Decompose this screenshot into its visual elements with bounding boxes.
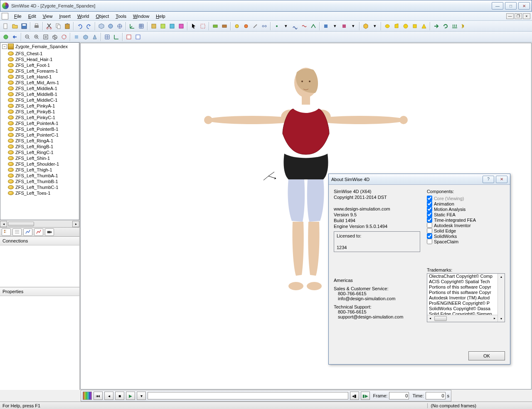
menu-insert[interactable]: Insert: [56, 13, 74, 20]
timeline-stop-button[interactable]: ■: [115, 392, 124, 400]
about-close-button[interactable]: ✕: [496, 176, 507, 183]
feature-c-button[interactable]: [168, 22, 176, 30]
new-file-button[interactable]: [2, 22, 10, 30]
view-iso-button[interactable]: [51, 33, 59, 41]
scroll-left-icon[interactable]: ◂: [0, 221, 7, 227]
nav-a-button[interactable]: [2, 33, 10, 41]
axes-button[interactable]: [128, 22, 136, 30]
spring-button[interactable]: [460, 22, 468, 30]
extra-a-button[interactable]: [125, 33, 133, 41]
feature-d-button[interactable]: [177, 22, 185, 30]
tree-item[interactable]: ZFS_Left_Thigh-1: [0, 167, 79, 173]
menu-view[interactable]: View: [39, 13, 56, 20]
tree-item[interactable]: ZFS_Left_MiddleA-1: [0, 86, 79, 91]
drop4-icon[interactable]: ▾: [371, 22, 379, 30]
zoom-in-button[interactable]: [32, 33, 41, 41]
scroll-right-icon[interactable]: ▸: [72, 221, 79, 227]
chain-button[interactable]: [260, 22, 268, 30]
curve-c-button[interactable]: [309, 22, 318, 30]
view-ortho-button[interactable]: [81, 33, 90, 41]
tree-item[interactable]: ZFS_Left_RingC-1: [0, 149, 79, 155]
tree-panel[interactable]: − Zygote_Female_Spandex ZFS_Chest-1ZFS_H…: [0, 42, 79, 220]
zoom-out-button[interactable]: [23, 33, 32, 41]
insert-a-button[interactable]: [233, 22, 241, 30]
component-checkbox[interactable]: [427, 223, 432, 228]
timeline-step-back-button[interactable]: ◂▮: [350, 392, 359, 400]
timeline-rainbow-button[interactable]: [83, 392, 92, 400]
component-checkbox[interactable]: [427, 206, 432, 212]
close-button[interactable]: ✕: [518, 2, 530, 10]
tree-item[interactable]: ZFS_Left_RingB-1: [0, 144, 79, 149]
tree-item[interactable]: ZFS_Left_PointerB-1: [0, 126, 79, 132]
mdi-close-button[interactable]: ×: [523, 13, 530, 19]
tree-item[interactable]: ZFS_Left_RingA-1: [0, 138, 79, 144]
select-button[interactable]: [199, 22, 207, 30]
drop-icon[interactable]: ▾: [282, 22, 290, 30]
solid-a-button[interactable]: [383, 22, 392, 30]
point-button[interactable]: [273, 22, 281, 30]
mdi-restore-button[interactable]: ❐: [515, 13, 522, 19]
tree-root[interactable]: − Zygote_Female_Spandex: [0, 43, 79, 51]
copy-button[interactable]: [54, 22, 62, 30]
menu-tools[interactable]: Tools: [112, 13, 130, 20]
insert-b-button[interactable]: [242, 22, 250, 30]
view-persp-button[interactable]: [91, 33, 99, 41]
tree-item[interactable]: ZFS_Left_PinkyB-1: [0, 109, 79, 115]
torque-button[interactable]: [441, 22, 450, 30]
tree-item[interactable]: ZFS_Left_MiddleB-1: [0, 91, 79, 97]
ok-button[interactable]: OK: [468, 351, 505, 360]
menu-window[interactable]: Window: [130, 13, 153, 20]
body-b-button[interactable]: [220, 22, 229, 30]
open-file-button[interactable]: [11, 22, 19, 30]
tab-list[interactable]: [12, 228, 22, 236]
maximize-button[interactable]: □: [505, 2, 517, 10]
tree-item[interactable]: ZFS_Left_MiddleC-1: [0, 97, 79, 103]
menu-object[interactable]: Object: [92, 13, 112, 20]
tree-item[interactable]: ZFS_Left_ThumbA-1: [0, 173, 79, 179]
object-b-button[interactable]: [340, 22, 348, 30]
tree-item[interactable]: ZFS_Left_Shin-1: [0, 155, 79, 161]
tree-item[interactable]: ZFS_Left_Mid_Arm-1: [0, 80, 79, 86]
component-checkbox[interactable]: [427, 212, 432, 217]
tree-hscrollbar[interactable]: ◂ ▸: [0, 220, 79, 227]
tree-item[interactable]: ZFS_Left_Toes-1: [0, 190, 79, 196]
undo-button[interactable]: [76, 22, 84, 30]
component-checkbox[interactable]: [427, 201, 432, 206]
solid-c-button[interactable]: [401, 22, 410, 30]
curve-b-button[interactable]: [300, 22, 308, 30]
tree-item[interactable]: ZFS_Left_Hand-1: [0, 74, 79, 80]
body-a-button[interactable]: [211, 22, 219, 30]
print-button[interactable]: [32, 22, 41, 30]
connections-header[interactable]: Connections: [0, 237, 79, 245]
menu-help[interactable]: Help: [153, 13, 169, 20]
timeline-step-fwd-button[interactable]: ▮▶: [361, 392, 370, 400]
tab-chart-blue[interactable]: [23, 228, 32, 236]
pointer-button[interactable]: [190, 22, 198, 30]
menu-file[interactable]: File: [11, 13, 25, 20]
tree-item[interactable]: ZFS_Left_ThumbB-1: [0, 179, 79, 184]
grid-button[interactable]: [137, 22, 145, 30]
timeline-dropdown[interactable]: ▾: [137, 392, 146, 400]
arrow-right-button[interactable]: [432, 22, 441, 30]
frame-input[interactable]: [389, 392, 409, 399]
axis-toggle-button[interactable]: [112, 33, 121, 41]
rotate-view-button[interactable]: [60, 33, 68, 41]
component-checkbox[interactable]: [427, 217, 432, 223]
tree-item[interactable]: ZFS_Left_PinkyA-1: [0, 103, 79, 109]
curve-a-button[interactable]: [291, 22, 299, 30]
object-a-button[interactable]: [322, 22, 330, 30]
timeline-prev-button[interactable]: ◂: [104, 392, 113, 400]
timeline-first-button[interactable]: ⏮: [94, 392, 103, 400]
save-button[interactable]: [20, 22, 28, 30]
tree-item[interactable]: ZFS_Left_Forearm-1: [0, 68, 79, 74]
grid-toggle-button[interactable]: [103, 33, 111, 41]
tree-item[interactable]: ZFS_Chest-1: [0, 51, 79, 56]
tool-cube-button[interactable]: [362, 22, 370, 30]
minimize-button[interactable]: —: [492, 2, 503, 10]
tree-item[interactable]: ZFS_Left_PinkyC-1: [0, 115, 79, 120]
feature-b-button[interactable]: [159, 22, 167, 30]
component-checkbox[interactable]: [427, 239, 432, 244]
view-front-button[interactable]: [72, 33, 81, 41]
trademarks-vscrollbar[interactable]: ▴▾: [498, 274, 505, 322]
collapse-icon[interactable]: −: [2, 44, 7, 49]
